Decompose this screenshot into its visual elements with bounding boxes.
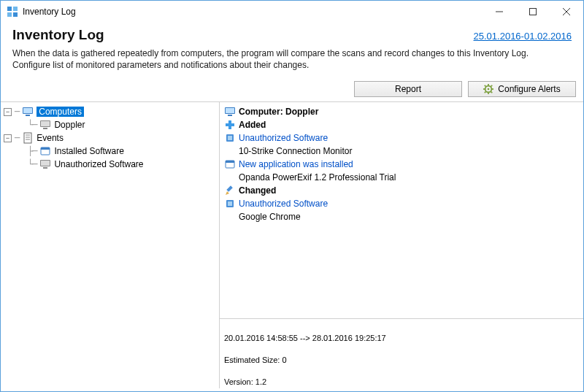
changed-item-0-label: Google Chrome — [239, 212, 301, 222]
svg-rect-43 — [226, 186, 232, 192]
tree-node-computer-0[interactable]: └─ Doppler — [2, 118, 218, 131]
computer-label: Computer: Doppler — [239, 107, 318, 117]
tree-node-computers[interactable]: − ─ Computers — [2, 105, 218, 118]
tree-label-event-0: Installed Software — [54, 146, 123, 156]
svg-rect-2 — [7, 12, 12, 17]
expander-icon[interactable]: − — [4, 134, 12, 142]
titlebar: Inventory Log — [1, 1, 583, 23]
svg-rect-34 — [226, 108, 234, 113]
details-pane: 20.01.2016 14:58:55 --> 28.01.2016 19:25… — [220, 318, 583, 388]
svg-rect-3 — [13, 12, 18, 17]
window-title: Inventory Log — [23, 7, 76, 17]
details-line-1: Estimated Size: 0 — [224, 355, 579, 366]
svg-rect-35 — [228, 115, 232, 116]
added-group-0[interactable]: Unauthorized Software — [224, 131, 579, 145]
expander-icon[interactable]: − — [4, 108, 12, 116]
svg-rect-29 — [41, 147, 50, 150]
minimize-button[interactable] — [483, 1, 516, 23]
added-item-1[interactable]: Opanda PowerExif 1.2 Professional Trial — [224, 171, 579, 184]
details-line-0: 20.01.2016 14:58:55 --> 28.01.2016 19:25… — [224, 333, 579, 344]
svg-rect-45 — [228, 201, 232, 206]
chip-icon — [224, 132, 236, 144]
added-item-0[interactable]: 10-Strike Connection Monitor — [224, 145, 579, 158]
svg-rect-0 — [7, 7, 12, 11]
added-group-0-label: Unauthorized Software — [239, 133, 328, 143]
svg-line-15 — [491, 92, 493, 93]
svg-rect-22 — [41, 121, 50, 126]
right-pane: Computer: Doppler Added Unauthorized Sof… — [220, 102, 583, 388]
tree-label-computers: Computers — [36, 107, 84, 117]
software-icon — [39, 145, 51, 157]
svg-rect-32 — [43, 167, 47, 169]
changed-row[interactable]: Changed — [224, 184, 579, 197]
date-range-link[interactable]: 25.01.2016-01.02.2016 — [474, 31, 572, 42]
svg-rect-20 — [26, 115, 30, 116]
svg-rect-31 — [41, 161, 50, 166]
added-group-1-label: New application was installed — [239, 159, 353, 169]
computer-row[interactable]: Computer: Doppler — [224, 105, 579, 118]
document-icon — [22, 132, 34, 144]
tree-label-event-1: Unauthorized Software — [54, 159, 143, 169]
tree-label-computer-0: Doppler — [54, 120, 85, 130]
tree-node-events[interactable]: − ─ Events — [2, 131, 218, 145]
monitor-icon — [224, 106, 236, 118]
changed-label: Changed — [239, 185, 276, 196]
svg-rect-41 — [226, 161, 234, 163]
chip-icon — [224, 198, 236, 210]
svg-rect-5 — [530, 9, 537, 15]
changed-group-0[interactable]: Unauthorized Software — [224, 197, 579, 210]
plus-icon — [224, 119, 236, 131]
svg-line-14 — [485, 85, 486, 87]
svg-rect-24 — [24, 133, 31, 143]
configure-alerts-button[interactable]: Configure Alerts — [468, 81, 576, 97]
software-box-icon — [224, 158, 236, 170]
tree-node-event-1[interactable]: └─ Unauthorized Software — [2, 158, 218, 171]
monitor-small-icon — [39, 158, 51, 170]
svg-rect-1 — [13, 7, 18, 11]
change-tree[interactable]: Computer: Doppler Added Unauthorized Sof… — [220, 102, 583, 318]
maximize-button[interactable] — [516, 1, 550, 23]
left-tree[interactable]: − ─ Computers └─ Doppler − ─ Events ├─ — [1, 102, 220, 388]
monitor-icon — [22, 106, 34, 118]
gear-icon — [483, 84, 493, 94]
app-icon — [7, 6, 18, 18]
page-title: Inventory Log — [12, 27, 104, 43]
svg-point-9 — [488, 88, 490, 91]
svg-line-16 — [491, 85, 493, 87]
changed-group-0-label: Unauthorized Software — [239, 199, 328, 209]
page-description: When the data is gathered repeatedly fro… — [12, 47, 538, 71]
pencil-icon — [224, 185, 236, 196]
added-label: Added — [239, 120, 266, 130]
svg-rect-19 — [23, 108, 32, 113]
added-group-1[interactable]: New application was installed — [224, 158, 579, 171]
added-item-0-label: 10-Strike Connection Monitor — [239, 146, 352, 156]
window-controls — [483, 1, 583, 23]
changed-item-0[interactable]: Google Chrome — [224, 210, 579, 223]
svg-rect-39 — [228, 136, 232, 140]
added-item-1-label: Opanda PowerExif 1.2 Professional Trial — [239, 172, 396, 182]
configure-alerts-label: Configure Alerts — [498, 84, 560, 94]
header: Inventory Log 25.01.2016-01.02.2016 When… — [1, 23, 583, 78]
monitor-icon — [39, 119, 51, 131]
report-label: Report — [395, 84, 421, 94]
svg-rect-23 — [43, 128, 47, 129]
toolbar: Report Configure Alerts — [1, 78, 583, 101]
svg-line-17 — [485, 92, 486, 93]
tree-label-events: Events — [36, 133, 64, 143]
added-row[interactable]: Added — [224, 118, 579, 131]
svg-rect-37 — [226, 123, 234, 126]
report-button[interactable]: Report — [354, 81, 462, 97]
close-button[interactable] — [550, 1, 583, 23]
content: − ─ Computers └─ Doppler − ─ Events ├─ — [1, 101, 583, 388]
details-line-2: Version: 1.2 — [224, 377, 579, 388]
tree-node-event-0[interactable]: ├─ Installed Software — [2, 145, 218, 158]
